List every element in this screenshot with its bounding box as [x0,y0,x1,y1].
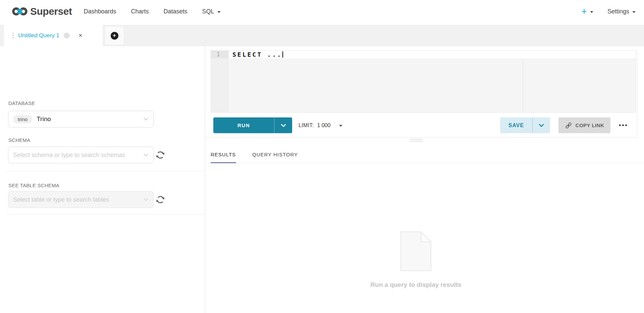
new-item-button[interactable]: + [581,7,593,15]
run-options-button[interactable] [274,117,292,133]
database-type-badge: trino [13,115,32,123]
chevron-down-icon [539,124,544,127]
run-button[interactable]: RUN [213,117,274,133]
editor-print-margin [523,51,523,112]
new-tab-button[interactable]: + [105,26,124,45]
copy-link-label: COPY LINK [576,122,604,128]
tab-query-history[interactable]: QUERY HISTORY [252,152,298,157]
panel-resize-handle[interactable] [410,139,423,143]
schema-select[interactable]: Select schema or type to search schemas [8,147,154,163]
database-value: Trino [37,115,51,123]
nav-datasets[interactable]: Datasets [163,8,187,15]
more-options-button[interactable]: ••• [619,117,628,133]
unsaved-indicator [64,33,70,39]
brand[interactable]: Superset [12,5,72,17]
superset-sql-lab: Superset Dashboards Charts Datasets SQL … [0,0,644,313]
toolbar-divider [205,137,637,138]
run-split-button: RUN [213,117,292,133]
refresh-tables-button[interactable] [156,195,165,204]
empty-document-icon [400,231,432,272]
chevron-down-icon [144,198,148,201]
nav-dashboards[interactable]: Dashboards [84,8,116,15]
limit-label: LIMIT: [299,122,314,128]
save-button[interactable]: SAVE [500,117,532,133]
settings-label: Settings [607,8,629,15]
tabs-bottom-border [205,163,644,163]
tab-results[interactable]: RESULTS [211,152,236,157]
tab-title: Untitled Query 1 [18,32,59,39]
refresh-icon [156,195,165,204]
limit-dropdown[interactable]: LIMIT: 1 000 [299,117,342,133]
schema-label: SCHEMA [8,137,30,143]
table-select[interactable]: Select table or type to search tables [8,191,154,208]
editor-gutter [211,51,229,112]
database-select[interactable]: trino Trino [8,111,154,127]
refresh-schemas-button[interactable] [156,150,165,160]
save-split-button: SAVE [500,117,550,133]
nav-charts[interactable]: Charts [131,8,149,15]
plus-circle-icon: + [111,32,118,40]
editor-active-line: SELECT ... [229,51,636,58]
caret-down-icon [339,125,342,127]
nav-sql-menu[interactable]: SQL [202,8,221,15]
close-tab-icon[interactable]: ✕ [78,33,83,39]
tab-drag-handle-icon [12,32,14,39]
plus-icon: + [581,7,587,15]
line-number: 1 [211,51,229,58]
editor-right-edge [637,50,637,138]
settings-menu[interactable]: Settings [607,8,636,15]
limit-value: 1 000 [317,122,330,128]
top-navbar: Superset Dashboards Charts Datasets SQL … [0,0,644,25]
brand-name: Superset [30,6,72,17]
chevron-down-icon [144,154,148,157]
link-icon [565,122,572,129]
sql-editor-panel: 1 SELECT ... RUN LIMIT: 1 000 SAVE [205,46,644,313]
table-schema-label: SEE TABLE SCHEMA [8,182,59,188]
sql-code-editor[interactable]: 1 SELECT ... [211,50,636,113]
query-tabbar: Untitled Query 1 ✕ + [0,25,644,46]
save-options-button[interactable] [532,117,550,133]
nav-sql-label: SQL [202,8,214,15]
refresh-icon [156,150,165,160]
superset-logo-icon [12,5,28,17]
chevron-down-icon [217,11,221,13]
text-cursor [282,51,283,58]
main-nav: Dashboards Charts Datasets SQL [84,8,235,15]
sidebar-divider [6,171,205,171]
copy-link-button[interactable]: COPY LINK [558,117,610,133]
chevron-down-icon [144,118,148,121]
chevron-down-icon [590,11,593,13]
new-tab-plus: + [113,33,116,38]
empty-results-message: Run a query to display results [370,281,461,289]
table-placeholder: Select table or type to search tables [13,196,109,203]
sql-lab-sidebar: DATABASE trino Trino SCHEMA Select schem… [0,46,205,313]
sql-code-text: SELECT ... [232,51,282,58]
schema-placeholder: Select schema or type to search schemas [13,152,125,159]
sidebar-divider [6,214,205,215]
navbar-right: + Settings [581,7,636,15]
chevron-down-icon [632,11,636,13]
database-label: DATABASE [8,100,35,106]
chevron-down-icon [281,124,286,127]
tab-untitled-query[interactable]: Untitled Query 1 ✕ [4,25,103,46]
